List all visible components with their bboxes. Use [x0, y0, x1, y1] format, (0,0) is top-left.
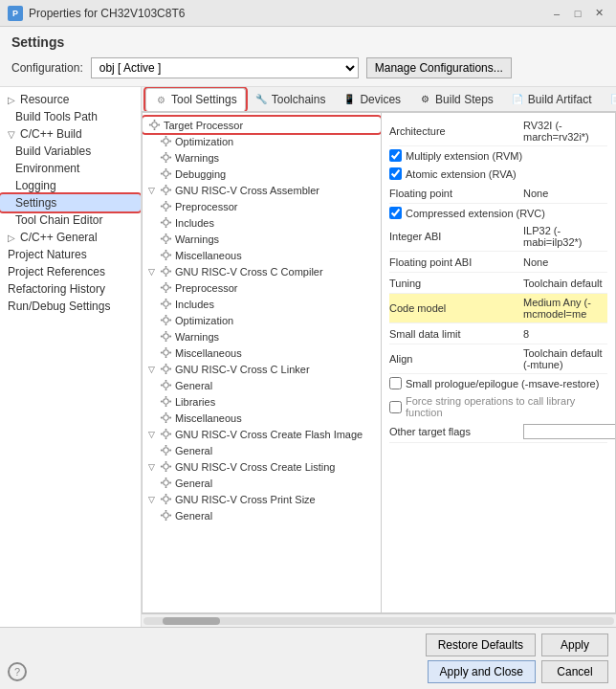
svg-rect-103	[161, 450, 163, 452]
tree-node-target-processor[interactable]: Target Processor	[143, 117, 381, 133]
svg-rect-24	[169, 189, 171, 191]
horizontal-scrollbar[interactable]	[142, 613, 616, 627]
c-linker-icon	[160, 363, 172, 375]
svg-rect-101	[165, 445, 167, 447]
tree-node-gnu-c-compiler[interactable]: ▽ GNU RISC-V Cross C Compiler	[143, 263, 381, 279]
prop-architecture: Architecture RV32I (-march=rv32i*)	[389, 117, 607, 146]
sidebar-item-refactoring-history[interactable]: Refactoring History	[0, 280, 141, 298]
tree-node-cc-warnings[interactable]: Warnings	[143, 328, 381, 344]
sidebar-item-resource[interactable]: ▷ Resource	[0, 91, 141, 108]
tree-node-cc-optimization[interactable]: Optimization	[143, 312, 381, 328]
manage-configurations-button[interactable]: Manage Configurations...	[366, 57, 512, 78]
svg-rect-124	[169, 515, 171, 517]
tree-node-label: Warnings	[175, 331, 219, 343]
prop-value: RV32I (-march=rv32i*)	[523, 120, 607, 143]
prop-atomic: Atomic extension (RVA)	[389, 165, 607, 183]
sidebar-label: Settings	[15, 196, 56, 210]
window-controls: – □ ✕	[547, 5, 608, 22]
tree-node-cc-misc[interactable]: Miscellaneous	[143, 344, 381, 361]
right-panel: ⚙ Tool Settings 🔧 Toolchains 📱 Devices ⚙…	[142, 87, 616, 627]
tree-node-optimization[interactable]: Optimization	[143, 133, 381, 149]
svg-rect-77	[165, 372, 167, 374]
prop-value: Toolchain default (-mtune)	[523, 347, 607, 370]
bottom-bar: Restore Defaults Apply ? Apply and Close…	[0, 627, 616, 689]
tree-node-cc-preprocessor[interactable]: Preprocessor	[143, 279, 381, 296]
tree-node-asm-warnings[interactable]: Warnings	[143, 231, 381, 247]
expand-icon: ▽	[148, 365, 155, 374]
sidebar-item-toolchain-editor[interactable]: Tool Chain Editor	[0, 211, 141, 229]
expand-icon: ▽	[148, 186, 155, 195]
sidebar-item-project-references[interactable]: Project References	[0, 263, 141, 280]
sidebar-item-cpp-general[interactable]: ▷ C/C++ General	[0, 229, 141, 246]
tab-build-steps[interactable]: ⚙ Build Steps	[409, 88, 502, 111]
prop-name: Code model	[389, 302, 523, 314]
svg-rect-21	[165, 185, 167, 187]
prop-name: Align	[389, 353, 523, 365]
tree-node-gnu-c-linker[interactable]: ▽ GNU RISC-V Cross C Linker	[143, 361, 381, 377]
tab-toolchains[interactable]: 🔧 Toolchains	[246, 88, 335, 111]
tree-node-asm-misc[interactable]: Miscellaneous	[143, 247, 381, 263]
multiply-checkbox[interactable]	[389, 149, 402, 162]
restore-defaults-button[interactable]: Restore Defaults	[426, 633, 536, 656]
other-flags-input[interactable]	[523, 424, 615, 439]
tree-node-print-size[interactable]: ▽ GNU RISC-V Cross Print Size	[143, 491, 381, 507]
tree-node-create-listing[interactable]: ▽ GNU RISC-V Cross Create Listing	[143, 458, 381, 475]
assembler-icon	[160, 184, 172, 196]
tree-node-cc-includes[interactable]: Includes	[143, 296, 381, 312]
sidebar-item-project-natures[interactable]: Project Natures	[0, 246, 141, 263]
force-string-checkbox[interactable]	[389, 401, 402, 413]
tree-node-debugging[interactable]: Debugging	[143, 166, 381, 182]
sidebar-item-build-tools-path[interactable]: Build Tools Path	[0, 108, 141, 125]
svg-rect-9	[169, 141, 171, 143]
svg-rect-93	[161, 417, 163, 419]
atomic-checkbox[interactable]	[389, 167, 402, 180]
svg-rect-78	[161, 368, 163, 370]
tree-node-label: Debugging	[175, 168, 226, 180]
tree-node-warnings-1[interactable]: Warnings	[143, 149, 381, 166]
tree-node-asm-includes[interactable]: Includes	[143, 214, 381, 231]
tab-build-artifact[interactable]: 📄 Build Artifact	[502, 88, 601, 111]
small-prologue-checkbox[interactable]	[389, 377, 402, 389]
tab-binary-pa[interactable]: 📄 Binary Pa…	[601, 88, 616, 111]
cancel-button[interactable]: Cancel	[541, 660, 608, 683]
tree-node-linker-general[interactable]: General	[143, 377, 381, 393]
compressed-checkbox[interactable]	[389, 207, 402, 219]
svg-rect-92	[165, 421, 167, 423]
svg-rect-51	[165, 282, 167, 284]
apply-and-close-button[interactable]: Apply and Close	[428, 660, 536, 683]
help-icon[interactable]: ?	[8, 662, 27, 681]
svg-point-80	[164, 383, 169, 389]
svg-rect-61	[165, 315, 167, 317]
tree-node-asm-preprocessor[interactable]: Preprocessor	[143, 198, 381, 214]
close-button[interactable]: ✕	[589, 5, 608, 22]
apply-button[interactable]: Apply	[541, 633, 608, 656]
svg-rect-27	[165, 210, 167, 211]
tab-devices[interactable]: 📱 Devices	[334, 88, 409, 111]
sidebar-item-run-debug-settings[interactable]: Run/Debug Settings	[0, 298, 141, 315]
tree-node-linker-libraries[interactable]: Libraries	[143, 393, 381, 410]
minimize-button[interactable]: –	[547, 5, 566, 22]
sidebar-item-build-variables[interactable]: Build Variables	[0, 143, 141, 160]
tree-node-print-general[interactable]: General	[143, 507, 381, 523]
scrollbar-thumb[interactable]	[163, 617, 220, 625]
tree-node-listing-general[interactable]: General	[143, 475, 381, 491]
sidebar-label: Resource	[20, 93, 69, 106]
svg-rect-33	[161, 222, 163, 224]
tree-node-flash-image[interactable]: ▽ GNU RISC-V Cross Create Flash Image	[143, 426, 381, 442]
tab-tool-settings[interactable]: ⚙ Tool Settings	[145, 88, 246, 111]
svg-rect-63	[161, 320, 163, 322]
sidebar-item-environment[interactable]: Environment	[0, 160, 141, 177]
tree-node-linker-misc[interactable]: Miscellaneous	[143, 410, 381, 426]
tree-node-flash-general[interactable]: General	[143, 442, 381, 458]
svg-point-30	[164, 220, 169, 226]
svg-rect-1	[154, 120, 156, 122]
maximize-button[interactable]: □	[568, 5, 587, 22]
sidebar-item-logging[interactable]: Logging	[0, 177, 141, 194]
svg-point-105	[164, 464, 169, 470]
sidebar-item-cpp-build[interactable]: ▽ C/C++ Build	[0, 125, 141, 143]
tree-node-gnu-assembler[interactable]: ▽ GNU RISC-V Cross Assembler	[143, 182, 381, 198]
sidebar-item-settings[interactable]: Settings	[0, 194, 141, 211]
prop-value: None	[523, 188, 607, 199]
svg-rect-39	[169, 238, 171, 240]
config-select[interactable]: obj [ Active ]	[91, 57, 359, 78]
